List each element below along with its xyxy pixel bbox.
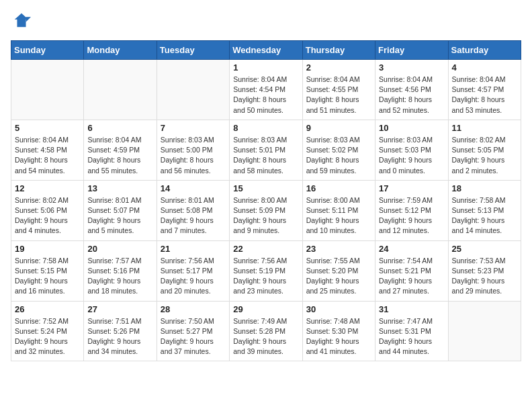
day-number: 30: [306, 304, 371, 314]
day-number: 21: [161, 244, 226, 254]
day-info: Sunrise: 7:51 AMSunset: 5:26 PMDaylight:…: [87, 316, 152, 357]
weekday-header-friday: Friday: [375, 41, 448, 60]
day-info: Sunrise: 8:00 AMSunset: 5:11 PMDaylight:…: [306, 195, 371, 236]
calendar-cell: 29Sunrise: 7:49 AMSunset: 5:28 PMDayligh…: [230, 301, 302, 361]
day-info: Sunrise: 8:04 AMSunset: 4:57 PMDaylight:…: [452, 75, 517, 116]
calendar-cell: 14Sunrise: 8:01 AMSunset: 5:08 PMDayligh…: [157, 180, 229, 240]
calendar-cell: 10Sunrise: 8:03 AMSunset: 5:03 PMDayligh…: [375, 120, 448, 180]
day-info: Sunrise: 8:03 AMSunset: 5:01 PMDaylight:…: [233, 135, 298, 176]
day-number: 9: [306, 123, 371, 133]
day-number: 18: [452, 183, 517, 193]
calendar-cell: 9Sunrise: 8:03 AMSunset: 5:02 PMDaylight…: [302, 120, 375, 180]
calendar-cell: 12Sunrise: 8:02 AMSunset: 5:06 PMDayligh…: [11, 180, 84, 240]
day-number: 3: [379, 62, 444, 73]
calendar-cell: 3Sunrise: 8:04 AMSunset: 4:56 PMDaylight…: [375, 60, 448, 120]
day-info: Sunrise: 7:56 AMSunset: 5:19 PMDaylight:…: [233, 256, 298, 297]
week-row-2: 5Sunrise: 8:04 AMSunset: 4:58 PMDaylight…: [11, 120, 521, 180]
day-number: 7: [161, 123, 226, 133]
day-number: 13: [87, 183, 152, 193]
calendar-cell: 24Sunrise: 7:54 AMSunset: 5:21 PMDayligh…: [375, 240, 448, 301]
day-info: Sunrise: 8:03 AMSunset: 5:00 PMDaylight:…: [161, 135, 226, 176]
calendar-cell: 7Sunrise: 8:03 AMSunset: 5:00 PMDaylight…: [157, 120, 229, 180]
day-number: 27: [87, 304, 152, 314]
day-info: Sunrise: 8:03 AMSunset: 5:02 PMDaylight:…: [306, 135, 371, 176]
page-header: [11, 11, 521, 32]
day-info: Sunrise: 8:04 AMSunset: 4:56 PMDaylight:…: [379, 75, 444, 116]
logo-icon: [12, 11, 31, 30]
weekday-header-row: SundayMondayTuesdayWednesdayThursdayFrid…: [11, 41, 521, 60]
day-number: 2: [306, 62, 371, 73]
day-number: 16: [306, 183, 371, 193]
day-info: Sunrise: 7:57 AMSunset: 5:16 PMDaylight:…: [87, 256, 152, 297]
calendar-cell: 27Sunrise: 7:51 AMSunset: 5:26 PMDayligh…: [84, 301, 157, 361]
weekday-header-thursday: Thursday: [302, 41, 375, 60]
calendar-cell: 26Sunrise: 7:52 AMSunset: 5:24 PMDayligh…: [11, 301, 84, 361]
day-info: Sunrise: 7:49 AMSunset: 5:28 PMDaylight:…: [233, 316, 298, 357]
calendar-table: SundayMondayTuesdayWednesdayThursdayFrid…: [11, 40, 521, 361]
day-number: 24: [379, 244, 444, 254]
day-number: 11: [452, 123, 517, 133]
calendar-cell: 16Sunrise: 8:00 AMSunset: 5:11 PMDayligh…: [302, 180, 375, 240]
calendar-cell: 31Sunrise: 7:47 AMSunset: 5:31 PMDayligh…: [375, 301, 448, 361]
day-info: Sunrise: 7:50 AMSunset: 5:27 PMDaylight:…: [161, 316, 226, 357]
calendar-cell: 13Sunrise: 8:01 AMSunset: 5:07 PMDayligh…: [84, 180, 157, 240]
calendar-cell: 17Sunrise: 7:59 AMSunset: 5:12 PMDayligh…: [375, 180, 448, 240]
day-info: Sunrise: 7:58 AMSunset: 5:15 PMDaylight:…: [15, 256, 80, 297]
calendar-cell: 4Sunrise: 8:04 AMSunset: 4:57 PMDaylight…: [448, 60, 521, 120]
day-info: Sunrise: 8:01 AMSunset: 5:08 PMDaylight:…: [161, 195, 226, 236]
day-number: 4: [452, 62, 517, 73]
calendar-cell: 18Sunrise: 7:58 AMSunset: 5:13 PMDayligh…: [448, 180, 521, 240]
day-info: Sunrise: 7:54 AMSunset: 5:21 PMDaylight:…: [379, 256, 444, 297]
calendar-cell: [11, 60, 84, 120]
day-number: 20: [87, 244, 152, 254]
weekday-header-tuesday: Tuesday: [157, 41, 229, 60]
day-number: 5: [15, 123, 80, 133]
calendar-cell: 8Sunrise: 8:03 AMSunset: 5:01 PMDaylight…: [230, 120, 302, 180]
day-number: 10: [379, 123, 444, 133]
calendar-cell: 2Sunrise: 8:04 AMSunset: 4:55 PMDaylight…: [302, 60, 375, 120]
calendar-cell: 11Sunrise: 8:02 AMSunset: 5:05 PMDayligh…: [448, 120, 521, 180]
day-info: Sunrise: 8:01 AMSunset: 5:07 PMDaylight:…: [87, 195, 152, 236]
week-row-4: 19Sunrise: 7:58 AMSunset: 5:15 PMDayligh…: [11, 240, 521, 301]
calendar-cell: 20Sunrise: 7:57 AMSunset: 5:16 PMDayligh…: [84, 240, 157, 301]
day-info: Sunrise: 8:03 AMSunset: 5:03 PMDaylight:…: [379, 135, 444, 176]
day-number: 22: [233, 244, 298, 254]
day-info: Sunrise: 8:02 AMSunset: 5:05 PMDaylight:…: [452, 135, 517, 176]
day-info: Sunrise: 8:02 AMSunset: 5:06 PMDaylight:…: [15, 195, 80, 236]
day-info: Sunrise: 8:04 AMSunset: 4:55 PMDaylight:…: [306, 75, 371, 116]
calendar-cell: 25Sunrise: 7:53 AMSunset: 5:23 PMDayligh…: [448, 240, 521, 301]
svg-marker-1: [26, 17, 31, 21]
calendar-cell: 5Sunrise: 8:04 AMSunset: 4:58 PMDaylight…: [11, 120, 84, 180]
day-number: 25: [452, 244, 517, 254]
weekday-header-sunday: Sunday: [11, 41, 84, 60]
weekday-header-saturday: Saturday: [448, 41, 521, 60]
calendar-cell: 23Sunrise: 7:55 AMSunset: 5:20 PMDayligh…: [302, 240, 375, 301]
day-number: 6: [87, 123, 152, 133]
weekday-header-wednesday: Wednesday: [230, 41, 302, 60]
week-row-3: 12Sunrise: 8:02 AMSunset: 5:06 PMDayligh…: [11, 180, 521, 240]
week-row-1: 1Sunrise: 8:04 AMSunset: 4:54 PMDaylight…: [11, 60, 521, 120]
day-number: 28: [161, 304, 226, 314]
calendar-cell: [448, 301, 521, 361]
calendar-cell: 28Sunrise: 7:50 AMSunset: 5:27 PMDayligh…: [157, 301, 229, 361]
calendar-cell: 22Sunrise: 7:56 AMSunset: 5:19 PMDayligh…: [230, 240, 302, 301]
day-number: 8: [233, 123, 298, 133]
day-info: Sunrise: 7:52 AMSunset: 5:24 PMDaylight:…: [15, 316, 80, 357]
day-number: 1: [233, 62, 298, 73]
calendar-cell: 6Sunrise: 8:04 AMSunset: 4:59 PMDaylight…: [84, 120, 157, 180]
day-info: Sunrise: 7:59 AMSunset: 5:12 PMDaylight:…: [379, 195, 444, 236]
day-info: Sunrise: 7:48 AMSunset: 5:30 PMDaylight:…: [306, 316, 371, 357]
day-number: 12: [15, 183, 80, 193]
day-number: 14: [161, 183, 226, 193]
day-info: Sunrise: 7:58 AMSunset: 5:13 PMDaylight:…: [452, 195, 517, 236]
calendar-cell: 1Sunrise: 8:04 AMSunset: 4:54 PMDaylight…: [230, 60, 302, 120]
week-row-5: 26Sunrise: 7:52 AMSunset: 5:24 PMDayligh…: [11, 301, 521, 361]
calendar-cell: 19Sunrise: 7:58 AMSunset: 5:15 PMDayligh…: [11, 240, 84, 301]
day-info: Sunrise: 7:53 AMSunset: 5:23 PMDaylight:…: [452, 256, 517, 297]
day-info: Sunrise: 8:04 AMSunset: 4:58 PMDaylight:…: [15, 135, 80, 176]
calendar-cell: 15Sunrise: 8:00 AMSunset: 5:09 PMDayligh…: [230, 180, 302, 240]
calendar-cell: 21Sunrise: 7:56 AMSunset: 5:17 PMDayligh…: [157, 240, 229, 301]
day-info: Sunrise: 8:00 AMSunset: 5:09 PMDaylight:…: [233, 195, 298, 236]
day-info: Sunrise: 7:47 AMSunset: 5:31 PMDaylight:…: [379, 316, 444, 357]
day-number: 19: [15, 244, 80, 254]
